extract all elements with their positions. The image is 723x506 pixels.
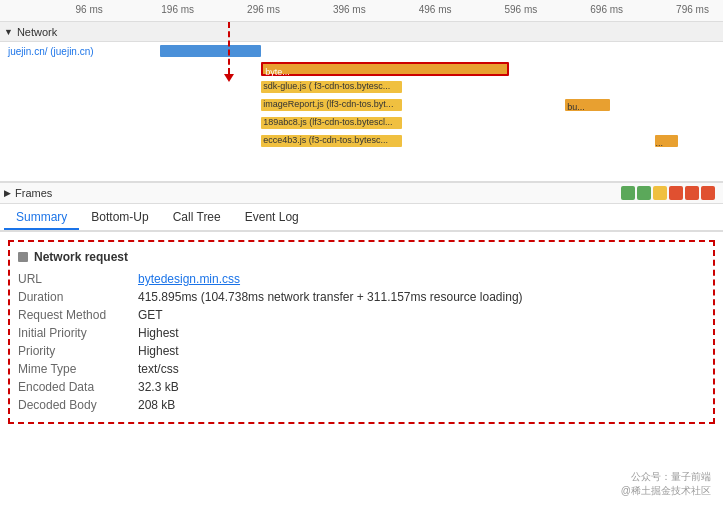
mark-796: 796 ms — [676, 4, 709, 15]
detail-section-label: Network request — [34, 250, 128, 264]
mark-496: 496 ms — [419, 4, 452, 15]
bar-imagereport: imageReport.js (lf3-cdn-tos.byt... — [261, 99, 402, 111]
network-request-icon — [18, 252, 28, 262]
tab-bottom-up[interactable]: Bottom-Up — [79, 206, 160, 230]
frame-box-3 — [653, 186, 667, 200]
row-bar-area: 189abc8.js (lf3-cdn-tos.bytescl... — [160, 114, 723, 132]
detail-section-title: Network request — [18, 250, 705, 264]
frame-box-4 — [669, 186, 683, 200]
label-encoded-data: Encoded Data — [18, 380, 138, 394]
row-bar-area — [160, 42, 723, 60]
network-area: ▼ Network juejin.cn/ (juejin.cn) byte... — [0, 22, 723, 182]
label-mime-type: Mime Type — [18, 362, 138, 376]
frame-box-5 — [685, 186, 699, 200]
frame-box-1 — [621, 186, 635, 200]
detail-row-priority: Priority Highest — [18, 342, 705, 360]
bar-ecce: ecce4b3.js (f3-cdn-tos.bytesc... — [261, 135, 402, 147]
table-row: byte... — [0, 60, 723, 78]
table-row: imageReport.js (lf3-cdn-tos.byt... bu... — [0, 96, 723, 114]
value-url[interactable]: bytedesign.min.css — [138, 272, 240, 286]
label-decoded-body: Decoded Body — [18, 398, 138, 412]
frame-box-2 — [637, 186, 651, 200]
bar-sdk: sdk-glue.js ( f3-cdn-tos.bytesc... — [261, 81, 402, 93]
bar-dots: ... — [655, 135, 678, 147]
detail-panel: Network request URL bytedesign.min.css D… — [8, 240, 715, 424]
label-duration: Duration — [18, 290, 138, 304]
dashed-arrow-container — [228, 22, 234, 82]
value-priority: Highest — [138, 344, 179, 358]
bar-label-imagereport: imageReport.js (lf3-cdn-tos.byt... — [261, 99, 402, 109]
detail-row-mime-type: Mime Type text/css — [18, 360, 705, 378]
mark-696: 696 ms — [590, 4, 623, 15]
mark-196: 196 ms — [161, 4, 194, 15]
timeline-marks: 96 ms 196 ms 296 ms 396 ms 496 ms 596 ms… — [4, 0, 719, 21]
dashed-arrow-line — [228, 22, 230, 74]
frames-colored-boxes — [621, 186, 715, 200]
detail-row-duration: Duration 415.895ms (104.738ms network tr… — [18, 288, 705, 306]
row-bar-area: sdk-glue.js ( f3-cdn-tos.bytesc... — [160, 78, 723, 96]
row-bar-area-selected: byte... — [160, 60, 723, 78]
arrow-head — [224, 74, 234, 82]
value-decoded-body: 208 kB — [138, 398, 175, 412]
bar-bu: bu... — [565, 99, 610, 111]
watermark-line2: @稀土掘金技术社区 — [621, 484, 711, 498]
network-label-row: ▼ Network — [0, 22, 723, 42]
bar-label-sdk: sdk-glue.js ( f3-cdn-tos.bytesc... — [261, 81, 402, 91]
timeline-header: 96 ms 196 ms 296 ms 396 ms 496 ms 596 ms… — [0, 0, 723, 22]
triangle-icon: ▼ — [4, 27, 13, 37]
table-row: juejin.cn/ (juejin.cn) — [0, 42, 723, 60]
bar-label-ecce: ecce4b3.js (f3-cdn-tos.bytesc... — [261, 135, 402, 145]
label-url: URL — [18, 272, 138, 286]
table-row: ecce4b3.js (f3-cdn-tos.bytesc... ... — [0, 132, 723, 150]
network-rows: juejin.cn/ (juejin.cn) byte... — [0, 42, 723, 182]
tab-call-tree[interactable]: Call Tree — [161, 206, 233, 230]
mark-96: 96 ms — [76, 4, 103, 15]
bar-label-byte: byte... — [263, 67, 290, 77]
bar-label-bu: bu... — [565, 102, 585, 112]
value-encoded-data: 32.3 kB — [138, 380, 179, 394]
watermark: 公众号：量子前端 @稀土掘金技术社区 — [621, 470, 711, 498]
tab-summary[interactable]: Summary — [4, 206, 79, 230]
mark-396: 396 ms — [333, 4, 366, 15]
frames-label: Frames — [15, 187, 52, 199]
bar-byte: byte... — [261, 62, 509, 76]
detail-row-url: URL bytedesign.min.css — [18, 270, 705, 288]
bar-juejin — [160, 45, 261, 57]
table-row: 189abc8.js (lf3-cdn-tos.bytescl... — [0, 114, 723, 132]
row-bar-area: imageReport.js (lf3-cdn-tos.byt... bu... — [160, 96, 723, 114]
detail-row-encoded-data: Encoded Data 32.3 kB — [18, 378, 705, 396]
main-container: 96 ms 196 ms 296 ms 396 ms 496 ms 596 ms… — [0, 0, 723, 506]
watermark-line1: 公众号：量子前端 — [621, 470, 711, 484]
mark-296: 296 ms — [247, 4, 280, 15]
bar-189: 189abc8.js (lf3-cdn-tos.bytescl... — [261, 117, 402, 129]
label-request-method: Request Method — [18, 308, 138, 322]
frames-triangle-icon: ▶ — [4, 188, 11, 198]
frame-box-6 — [701, 186, 715, 200]
detail-row-request-method: Request Method GET — [18, 306, 705, 324]
bar-label-189: 189abc8.js (lf3-cdn-tos.bytescl... — [261, 117, 402, 127]
detail-row-initial-priority: Initial Priority Highest — [18, 324, 705, 342]
mark-596: 596 ms — [505, 4, 538, 15]
label-priority: Priority — [18, 344, 138, 358]
value-mime-type: text/css — [138, 362, 179, 376]
bar-label-dots: ... — [655, 138, 663, 148]
row-label: juejin.cn/ (juejin.cn) — [0, 46, 160, 57]
row-bar-area: ecce4b3.js (f3-cdn-tos.bytesc... ... — [160, 132, 723, 150]
value-initial-priority: Highest — [138, 326, 179, 340]
table-row: sdk-glue.js ( f3-cdn-tos.bytesc... — [0, 78, 723, 96]
value-request-method: GET — [138, 308, 163, 322]
detail-row-decoded-body: Decoded Body 208 kB — [18, 396, 705, 414]
tabs-row: Summary Bottom-Up Call Tree Event Log — [0, 204, 723, 232]
tab-event-log[interactable]: Event Log — [233, 206, 311, 230]
label-initial-priority: Initial Priority — [18, 326, 138, 340]
frames-row: ▶ Frames — [0, 182, 723, 204]
value-duration: 415.895ms (104.738ms network transfer + … — [138, 290, 523, 304]
network-label: Network — [17, 26, 57, 38]
